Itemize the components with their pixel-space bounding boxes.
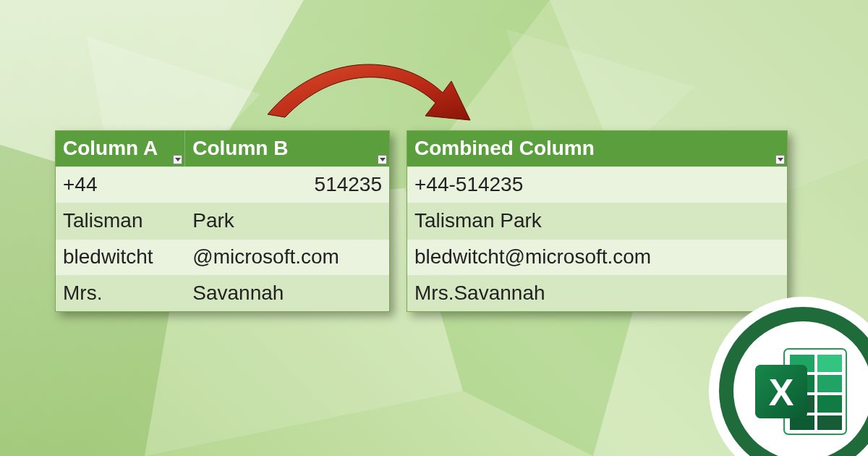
table-header-row: Column A Column B <box>56 131 389 166</box>
svg-rect-11 <box>817 355 842 372</box>
filter-dropdown-icon[interactable] <box>775 155 785 164</box>
cell-combined[interactable]: Talisman Park <box>407 203 787 239</box>
table-row: TalismanPark <box>56 203 389 239</box>
table-row: +44514235 <box>56 166 389 203</box>
table-row: bledwitcht@microsoft.com <box>56 239 389 275</box>
cell-column-b[interactable]: Park <box>185 203 389 239</box>
cell-column-a[interactable]: Talisman <box>56 203 185 239</box>
cell-column-b[interactable]: 514235 <box>185 166 389 203</box>
table-row: Mrs.Savannah <box>56 275 389 311</box>
svg-rect-15 <box>817 395 842 413</box>
column-header-label: Combined Column <box>414 137 595 159</box>
table-row: bledwitcht@microsoft.com <box>407 239 787 275</box>
cell-column-b[interactable]: @microsoft.com <box>185 239 389 275</box>
excel-logo-badge: X <box>709 297 868 456</box>
cell-column-a[interactable]: bledwitcht <box>56 239 185 275</box>
source-table: Column A Column B +44514235TalismanParkb… <box>55 130 390 312</box>
result-table: Combined Column +44-514235Talisman Parkb… <box>407 130 788 312</box>
cell-column-b[interactable]: Savannah <box>185 275 389 311</box>
cell-combined[interactable]: +44-514235 <box>407 166 787 203</box>
cell-column-a[interactable]: +44 <box>56 166 185 203</box>
column-header-b[interactable]: Column B <box>185 131 389 166</box>
column-header-label: Column B <box>192 137 288 159</box>
table-header-row: Combined Column <box>407 131 787 166</box>
filter-dropdown-icon[interactable] <box>378 155 387 164</box>
column-header-label: Column A <box>63 137 158 159</box>
filter-dropdown-icon[interactable] <box>173 155 182 164</box>
table-row: Talisman Park <box>407 203 787 239</box>
table-row: +44-514235 <box>407 166 787 203</box>
cell-combined[interactable]: bledwitcht@microsoft.com <box>407 239 787 275</box>
arrow-icon <box>253 45 485 132</box>
svg-rect-13 <box>817 375 842 392</box>
column-header-a[interactable]: Column A <box>56 131 185 166</box>
column-header-combined[interactable]: Combined Column <box>407 131 787 166</box>
svg-text:X: X <box>769 371 794 413</box>
excel-icon: X <box>751 345 852 439</box>
cell-column-a[interactable]: Mrs. <box>56 275 185 311</box>
svg-rect-17 <box>817 415 842 430</box>
